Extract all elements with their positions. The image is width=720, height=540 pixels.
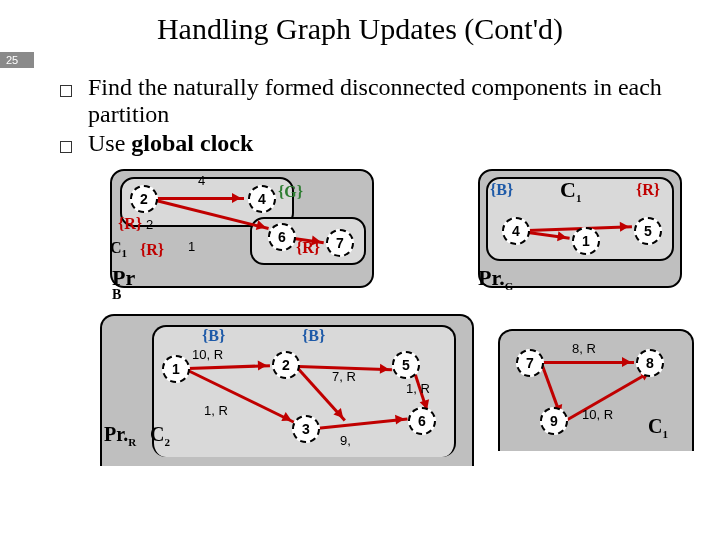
label-c1-right: C1 — [560, 177, 581, 204]
edge-weight: 2 — [146, 217, 153, 232]
edge-weight: 1 — [188, 239, 195, 254]
edge — [542, 361, 634, 364]
diagram-canvas: 2 4 6 7 4 {G} {R} {R} 2 C1 {R} 1 Pr B 4 … — [0, 159, 720, 469]
node-1r: 1 — [572, 227, 600, 255]
bullet-icon — [60, 141, 72, 153]
node-g8: 8 — [636, 349, 664, 377]
edge-weight: 1, R — [406, 381, 430, 396]
edge-weight: 8, R — [572, 341, 596, 356]
node-g9: 9 — [540, 407, 568, 435]
edge-weight: 10, R — [582, 407, 613, 422]
label-prg: Pr.G — [478, 265, 513, 292]
label-c1-br: C1 — [648, 415, 668, 440]
tag-g: {G} — [278, 183, 303, 201]
tag-r: {R} — [296, 239, 320, 257]
bullet-icon — [60, 85, 72, 97]
node-b1: 1 — [162, 355, 190, 383]
edge-weight: 1, R — [204, 403, 228, 418]
node-2: 2 — [130, 185, 158, 213]
tag-b: {B} — [202, 327, 225, 345]
edge — [156, 197, 244, 200]
tag-r: {R} — [636, 181, 660, 199]
tag-r: {R} — [140, 241, 164, 259]
node-7: 7 — [326, 229, 354, 257]
node-b5: 5 — [392, 351, 420, 379]
label-c2: C2 — [150, 423, 170, 448]
node-5r: 5 — [634, 217, 662, 245]
tag-r: {R} — [118, 215, 142, 233]
bullet-list: Find the naturally formed disconnected c… — [0, 74, 720, 157]
node-6: 6 — [268, 223, 296, 251]
edge-weight: 4 — [198, 173, 205, 188]
edge-weight: 10, R — [192, 347, 223, 362]
bullet-text: Find the naturally formed disconnected c… — [88, 74, 690, 128]
node-4r: 4 — [502, 217, 530, 245]
slide-title: Handling Graph Updates (Cont'd) — [0, 0, 720, 52]
label-c1: C1 — [110, 239, 127, 259]
edge-weight: 7, R — [332, 369, 356, 384]
edge-weight: 9, — [340, 433, 351, 448]
tag-b: {B} — [302, 327, 325, 345]
node-b6: 6 — [408, 407, 436, 435]
node-4: 4 — [248, 185, 276, 213]
node-b2: 2 — [272, 351, 300, 379]
label-prb-sub: B — [112, 287, 121, 303]
tag-b: {B} — [490, 181, 513, 199]
node-b3: 3 — [292, 415, 320, 443]
bullet-text: Use global clockUse global clock — [88, 130, 253, 157]
page-number: 25 — [0, 52, 34, 68]
label-prr: Pr.R — [104, 423, 136, 448]
page-bar: 25 — [0, 52, 720, 68]
node-g7: 7 — [516, 349, 544, 377]
